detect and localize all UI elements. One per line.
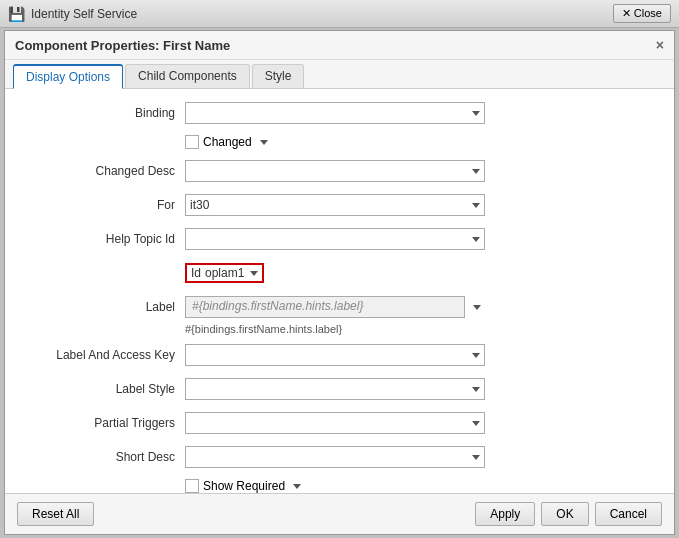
tab-child-components[interactable]: Child Components [125,64,250,88]
binding-label: Binding [25,106,185,120]
for-label: For [25,198,185,212]
changed-row: Changed [185,135,654,149]
for-control: it30 [185,194,654,216]
id-inline-label: Id [191,266,201,280]
binding-select[interactable] [185,102,485,124]
cancel-button[interactable]: Cancel [595,502,662,526]
apply-button[interactable]: Apply [475,502,535,526]
app-title: Identity Self Service [31,7,137,21]
footer: Reset All Apply OK Cancel [5,493,674,534]
window-close-button[interactable]: ✕ Close [613,4,671,23]
label-access-key-label: Label And Access Key [25,348,185,362]
tab-style[interactable]: Style [252,64,305,88]
show-required-row: Show Required [185,479,654,493]
app-icon: 💾 [8,6,25,22]
changed-dropdown-arrow[interactable] [260,140,268,145]
title-bar: 💾 Identity Self Service ✕ Close [0,0,679,28]
id-control-area: Id oplam1 [185,263,654,283]
label-dropdown-arrow[interactable] [473,305,481,310]
label-style-control [185,378,654,400]
show-required-checkbox[interactable] [185,479,199,493]
label-label: Label [25,300,185,314]
id-row: Id oplam1 [25,261,654,285]
help-topic-id-control [185,228,654,250]
binding-control [185,102,654,124]
label-input[interactable]: #{bindings.firstName.hints.label} [185,296,465,318]
show-required-dropdown[interactable] [293,484,301,489]
short-desc-row: Short Desc [25,445,654,469]
for-value: it30 [190,198,209,212]
binding-row: Binding [25,101,654,125]
partial-triggers-select[interactable] [185,412,485,434]
label-control: #{bindings.firstName.hints.label} [185,296,654,318]
tab-bar: Display Options Child Components Style [5,60,674,89]
help-topic-id-label: Help Topic Id [25,232,185,246]
partial-triggers-row: Partial Triggers [25,411,654,435]
id-control-box[interactable]: Id oplam1 [185,263,264,283]
for-select[interactable]: it30 [185,194,485,216]
label-style-label: Label Style [25,382,185,396]
partial-triggers-control [185,412,654,434]
label-access-key-control [185,344,654,366]
content-area: Binding Changed Changed Desc For [5,89,674,493]
dialog-title-bar: Component Properties: First Name × [5,31,674,60]
changed-desc-control [185,160,654,182]
partial-triggers-label: Partial Triggers [25,416,185,430]
label-access-key-row: Label And Access Key [25,343,654,367]
changed-label: Changed [203,135,252,149]
label-hint: #{bindings.firstName.hints.label} [185,323,654,335]
id-value: oplam1 [205,266,244,280]
footer-right-buttons: Apply OK Cancel [475,502,662,526]
show-required-label: Show Required [203,479,285,493]
dialog-title: Component Properties: First Name [15,38,230,53]
label-row: Label #{bindings.firstName.hints.label} [25,295,654,319]
changed-checkbox[interactable] [185,135,199,149]
short-desc-control [185,446,654,468]
help-topic-id-row: Help Topic Id [25,227,654,251]
dialog: Component Properties: First Name × Displ… [4,30,675,535]
reset-all-button[interactable]: Reset All [17,502,94,526]
help-topic-id-select[interactable] [185,228,485,250]
dialog-close-icon[interactable]: × [656,37,664,53]
label-access-key-select[interactable] [185,344,485,366]
id-dropdown-arrow[interactable] [250,271,258,276]
short-desc-label: Short Desc [25,450,185,464]
short-desc-select[interactable] [185,446,485,468]
for-row: For it30 [25,193,654,217]
tab-display-options[interactable]: Display Options [13,64,123,89]
changed-desc-select[interactable] [185,160,485,182]
ok-button[interactable]: OK [541,502,588,526]
changed-desc-label: Changed Desc [25,164,185,178]
label-style-select[interactable] [185,378,485,400]
changed-desc-row: Changed Desc [25,159,654,183]
label-style-row: Label Style [25,377,654,401]
